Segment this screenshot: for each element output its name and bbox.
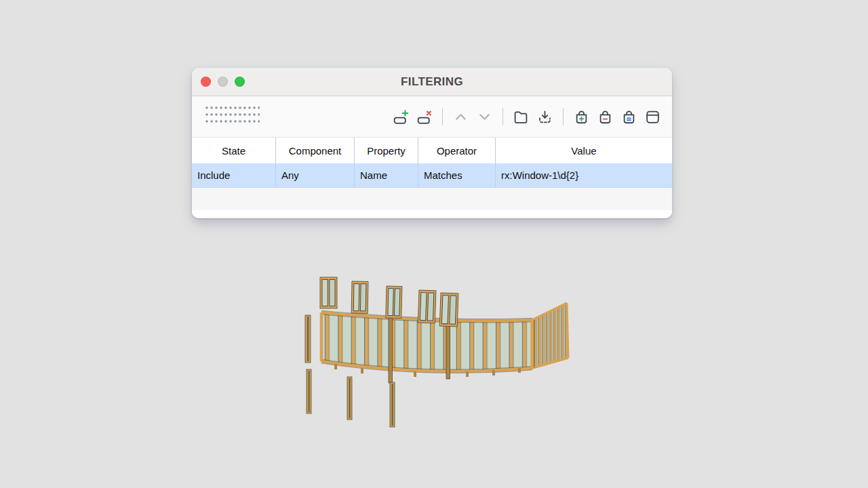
window-footer [192,210,672,218]
minimize-button[interactable] [218,77,228,87]
toolbar-separator [563,108,564,125]
cell-component[interactable]: Any [276,163,355,187]
panel-split-button[interactable] [644,108,661,125]
bag-plus-icon [573,108,590,125]
download-icon [536,108,553,125]
move-up-button[interactable] [452,108,469,125]
bag-equals-icon [620,108,637,125]
zoom-button[interactable] [235,77,245,87]
column-header-state: State [192,138,276,163]
toolbar-separator [502,108,503,125]
title-bar[interactable]: FILTERING [192,68,672,96]
bag-remove-button[interactable] [597,108,614,125]
import-button[interactable] [536,108,553,125]
toolbar [192,96,672,138]
desktop: { "window": { "title": "FILTERING", "tra… [0,0,868,488]
delete-row-button[interactable] [416,108,433,125]
cell-value[interactable]: rx:Window-1\d{2} [496,163,672,187]
table-header: State Component Property Operator Value [192,138,672,163]
toolbar-buttons [392,108,661,125]
cell-operator[interactable]: Matches [418,163,496,187]
column-header-property: Property [355,138,418,163]
model-post-left [305,315,311,363]
bag-replace-button[interactable] [620,108,637,125]
chevron-down-icon [476,108,493,125]
add-row-button[interactable] [392,108,409,125]
filtering-dialog: FILTERING [192,68,672,218]
column-header-operator: Operator [418,138,496,163]
bag-add-button[interactable] [573,108,590,125]
model-window-band-right [532,303,568,368]
column-header-value: Value [496,138,672,163]
table-empty-area [192,188,672,210]
chevron-up-icon [452,108,469,125]
delete-row-icon [416,108,433,125]
cell-property[interactable]: Name [355,163,418,187]
3d-viewport-window-model[interactable] [298,268,583,437]
model-posts-bottom [307,369,395,427]
traffic-lights [201,68,245,96]
window-title: FILTERING [401,75,463,89]
cell-state[interactable]: Include [192,163,276,187]
filter-row-selected[interactable]: Include Any Name Matches rx:Window-1\d{2… [192,163,672,188]
bag-minus-icon [597,108,614,125]
move-down-button[interactable] [476,108,493,125]
close-button[interactable] [201,77,211,87]
panel-split-icon [644,108,661,125]
drag-handle-dots[interactable] [205,106,260,127]
column-header-component: Component [276,138,355,163]
add-row-icon [392,108,409,125]
folder-icon [513,108,530,125]
toolbar-separator [442,108,443,125]
open-folder-button[interactable] [513,108,530,125]
